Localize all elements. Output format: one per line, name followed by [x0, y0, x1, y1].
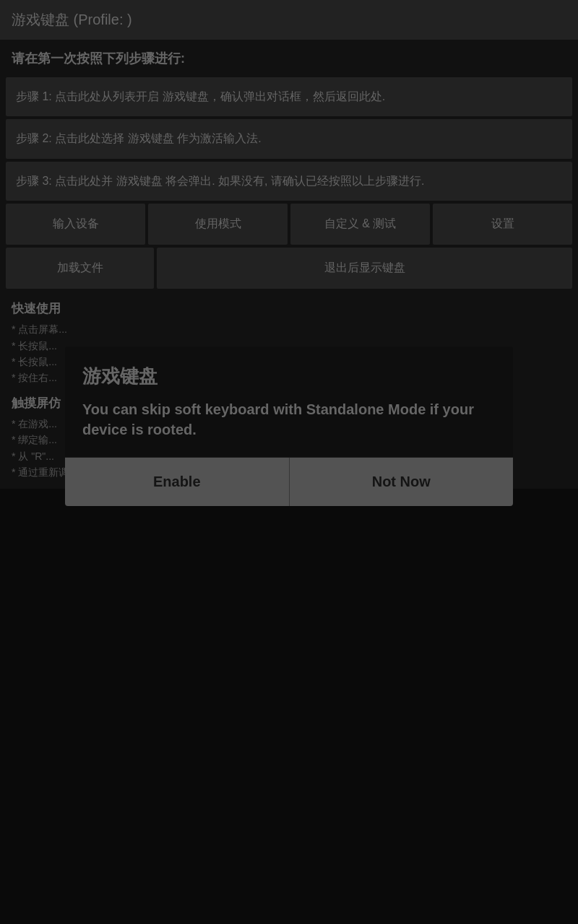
modal-overlay	[0, 0, 578, 924]
